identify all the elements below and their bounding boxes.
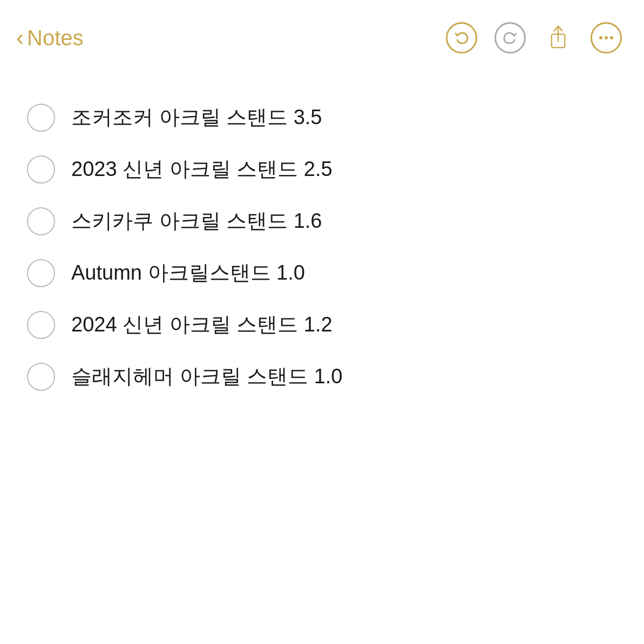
checkbox-2[interactable] xyxy=(27,155,55,184)
checklist: 조커조커 아크릴 스탠드 3.5 2023 신년 아크릴 스탠드 2.5 스키카… xyxy=(0,70,644,424)
item-text-4: Autumn 아크릴스탠드 1.0 xyxy=(71,260,305,286)
svg-point-3 xyxy=(605,36,608,39)
more-button[interactable] xyxy=(590,22,622,54)
undo-button[interactable] xyxy=(445,22,478,54)
back-chevron-icon: ‹ xyxy=(16,26,24,49)
back-label: Notes xyxy=(27,26,84,50)
list-item[interactable]: 스키카쿠 아크릴 스탠드 1.6 xyxy=(27,195,617,247)
redo-icon xyxy=(494,22,526,53)
checkbox-3[interactable] xyxy=(27,207,55,235)
list-item[interactable]: 조커조커 아크릴 스탠드 3.5 xyxy=(27,92,617,144)
svg-point-4 xyxy=(610,36,613,39)
undo-icon xyxy=(446,22,477,53)
item-text-1: 조커조커 아크릴 스탠드 3.5 xyxy=(71,104,322,131)
list-item[interactable]: 2023 신년 아크릴 스탠드 2.5 xyxy=(27,144,617,195)
share-button[interactable] xyxy=(543,22,574,53)
list-item[interactable]: 슬래지헤머 아크릴 스탠드 1.0 xyxy=(27,351,617,403)
checkbox-5[interactable] xyxy=(27,311,55,339)
checkbox-6[interactable] xyxy=(27,363,55,391)
more-icon xyxy=(591,22,622,53)
list-item[interactable]: Autumn 아크릴스탠드 1.0 xyxy=(27,247,617,299)
item-text-3: 스키카쿠 아크릴 스탠드 1.6 xyxy=(71,208,322,234)
item-text-6: 슬래지헤머 아크릴 스탠드 1.0 xyxy=(71,363,343,390)
checkbox-4[interactable] xyxy=(27,259,55,287)
checkbox-1[interactable] xyxy=(27,104,55,132)
item-text-2: 2023 신년 아크릴 스탠드 2.5 xyxy=(71,156,333,182)
svg-point-2 xyxy=(599,36,602,39)
back-button[interactable]: ‹ Notes xyxy=(16,26,445,50)
redo-button[interactable] xyxy=(494,22,526,54)
header: ‹ Notes xyxy=(0,0,644,70)
toolbar-icons xyxy=(445,22,622,54)
list-item[interactable]: 2024 신년 아크릴 스탠드 1.2 xyxy=(27,299,617,351)
item-text-5: 2024 신년 아크릴 스탠드 1.2 xyxy=(71,311,333,338)
